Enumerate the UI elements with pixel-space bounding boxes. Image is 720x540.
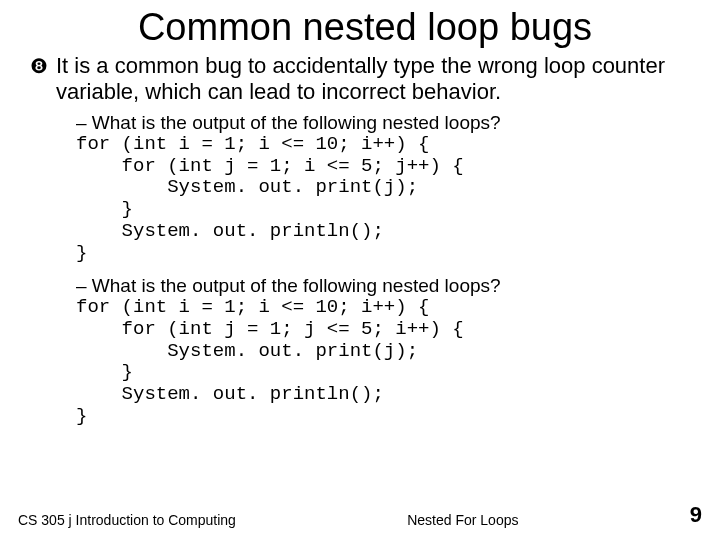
- bullet-marker-icon: ❽: [30, 53, 48, 79]
- sub-question-1: – What is the output of the following ne…: [76, 112, 700, 134]
- footer-center: Nested For Loops: [236, 512, 690, 528]
- code-block-2: for (int i = 1; i <= 10; i++) { for (int…: [76, 297, 700, 428]
- code-block-1: for (int i = 1; i <= 10; i++) { for (int…: [76, 134, 700, 265]
- slide-title: Common nested loop bugs: [30, 6, 700, 49]
- sub-block-2: – What is the output of the following ne…: [76, 275, 700, 428]
- sub-block-1: – What is the output of the following ne…: [76, 112, 700, 265]
- bullet-text: It is a common bug to accidentally type …: [56, 53, 700, 106]
- page-number: 9: [690, 502, 702, 528]
- footer: CS 305 j Introduction to Computing Neste…: [18, 502, 702, 528]
- footer-left: CS 305 j Introduction to Computing: [18, 512, 236, 528]
- sub-question-2: – What is the output of the following ne…: [76, 275, 700, 297]
- main-bullet: ❽ It is a common bug to accidentally typ…: [30, 53, 700, 106]
